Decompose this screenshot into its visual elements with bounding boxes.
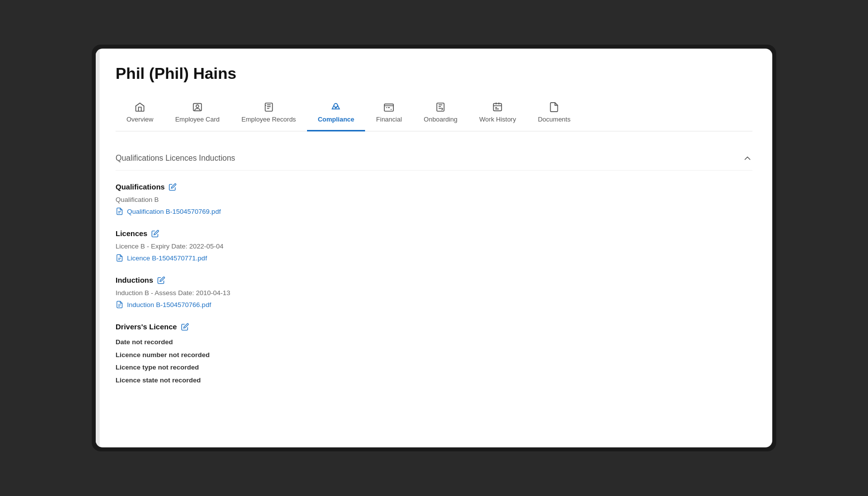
qualifications-edit-icon[interactable] (169, 183, 177, 191)
tab-employee-records-label: Employee Records (242, 116, 296, 123)
licences-heading: Licences (116, 229, 752, 238)
left-bar (96, 49, 100, 447)
licence-file-link[interactable]: Licence B-1504570771.pdf (116, 254, 752, 262)
induction-file-icon (116, 301, 124, 309)
tab-documents-label: Documents (538, 116, 570, 123)
tab-overview[interactable]: Overview (116, 97, 164, 131)
drivers-licence-heading: Drivers's Licence (116, 322, 752, 331)
svg-rect-6 (494, 104, 502, 111)
inductions-heading: Inductions (116, 276, 752, 284)
drivers-licence-info: Date not recorded Licence number not rec… (116, 336, 752, 387)
drivers-licence-line-3: Licence type not recorded (116, 361, 752, 374)
qualification-file-link[interactable]: Qualification B-1504570769.pdf (116, 207, 752, 215)
qualification-file-icon (116, 207, 124, 215)
tab-employee-card[interactable]: Employee Card (164, 97, 231, 131)
qualifications-heading: Qualifications (116, 183, 752, 191)
tab-employee-records[interactable]: Employee Records (231, 97, 307, 131)
section-header: Qualifications Licences Inductions (116, 146, 752, 171)
nav-tabs: Overview Employee Card (116, 97, 752, 131)
compliance-icon (330, 102, 341, 113)
inductions-section: Inductions Induction B - Assess Date: 20… (116, 276, 752, 309)
tab-compliance-label: Compliance (318, 116, 355, 123)
page-title: Phil (Phil) Hains (116, 64, 752, 83)
records-icon (263, 102, 274, 113)
svg-rect-5 (437, 103, 444, 112)
licences-section: Licences Licence B - Expiry Date: 2022-0… (116, 229, 752, 262)
tab-compliance[interactable]: Compliance (307, 97, 366, 131)
tab-documents[interactable]: Documents (527, 97, 581, 131)
drivers-licence-line-2: Licence number not recorded (116, 349, 752, 362)
onboarding-icon (435, 102, 446, 113)
tab-employee-card-label: Employee Card (175, 116, 220, 123)
svg-rect-2 (265, 103, 272, 112)
section-title: Qualifications Licences Inductions (116, 154, 235, 163)
licence-item-label: Licence B - Expiry Date: 2022-05-04 (116, 243, 752, 250)
qualification-item-label: Qualification B (116, 196, 752, 203)
main-content: Qualifications Licences Inductions Quali… (116, 131, 752, 416)
financial-icon (383, 102, 394, 113)
main-card: Phil (Phil) Hains Overview (96, 49, 772, 447)
tab-work-history[interactable]: Work History (468, 97, 527, 131)
chevron-up-icon[interactable] (743, 153, 752, 163)
tab-financial[interactable]: Financial (365, 97, 413, 131)
work-history-icon (492, 102, 503, 113)
tab-onboarding-label: Onboarding (424, 116, 457, 123)
tab-financial-label: Financial (376, 116, 402, 123)
svg-point-1 (196, 105, 199, 108)
drivers-licence-edit-icon[interactable] (181, 323, 189, 331)
drivers-licence-section: Drivers's Licence Date not recorded Lice… (116, 322, 752, 387)
induction-item-label: Induction B - Assess Date: 2010-04-13 (116, 289, 752, 297)
qualifications-section: Qualifications Qualification B (116, 183, 752, 215)
induction-file-link[interactable]: Induction B-1504570766.pdf (116, 301, 752, 309)
tab-work-history-label: Work History (479, 116, 516, 123)
outer-frame: Phil (Phil) Hains Overview (92, 45, 776, 451)
tab-onboarding[interactable]: Onboarding (413, 97, 468, 131)
drivers-licence-line-4: Licence state not recorded (116, 374, 752, 387)
licences-edit-icon[interactable] (151, 230, 159, 238)
content-area: Phil (Phil) Hains Overview (100, 49, 772, 432)
documents-icon (549, 102, 559, 113)
home-icon (134, 102, 145, 113)
licence-file-icon (116, 254, 124, 262)
employee-card-icon (192, 102, 203, 113)
inductions-edit-icon[interactable] (157, 276, 165, 284)
drivers-licence-line-1: Date not recorded (116, 336, 752, 349)
tab-overview-label: Overview (126, 116, 153, 123)
